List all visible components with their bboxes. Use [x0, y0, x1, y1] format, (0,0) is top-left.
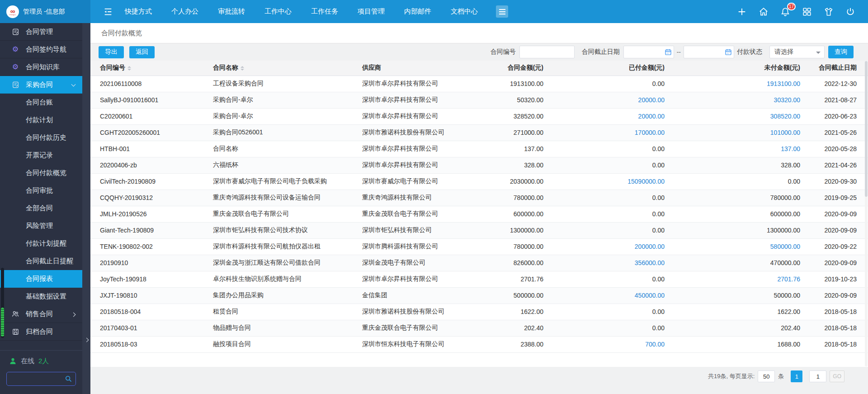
amount-link[interactable]: 200000.00 [635, 243, 665, 250]
sidebar-subitem-付款计划提醒[interactable]: 付款计划提醒 [0, 235, 82, 252]
cell-deadline: 2021-04-26 [808, 157, 868, 173]
amount-link[interactable]: 101000.00 [770, 129, 800, 136]
amount-link[interactable]: 170000.00 [635, 129, 665, 136]
topbar-menu-item[interactable]: 工作任务 [311, 7, 338, 16]
table-row[interactable]: SallyBJ-0910016001采购合同-卓尔深圳市卓尔昇科技有限公司503… [90, 92, 868, 108]
sidebar-collapse-strip[interactable] [82, 23, 90, 394]
topbar-menu-item[interactable]: 项目管理 [358, 7, 385, 16]
table-row[interactable]: HTBH-001合同名称深圳市卓尔昇科技有限公司137.000.00137.00… [90, 141, 868, 157]
table-row[interactable]: CivilTech-20190809深圳市赛威尔电子有限公司电子负载采购深圳市赛… [90, 173, 868, 190]
sort-icon[interactable] [241, 66, 244, 71]
sort-icon[interactable] [127, 66, 131, 71]
table-row[interactable]: JoyTech-190918卓尔科技生物识别系统赠与合同深圳市卓尔昇科技有限公司… [90, 271, 868, 287]
sidebar-item-合同管理[interactable]: 合同管理 [0, 23, 82, 41]
sidebar-item-合同签约导航[interactable]: ⚙合同签约导航 [0, 41, 82, 58]
column-header[interactable]: 合同编号 [90, 61, 203, 76]
amount-link[interactable]: 308520.00 [770, 113, 800, 120]
table-row[interactable]: TENK-190802-002深圳市科源科技有限公司航拍仪器出租深圳市腾科源科技… [90, 238, 868, 255]
home-icon[interactable] [758, 6, 769, 18]
sidebar-subitem-全部合同[interactable]: 全部合同 [0, 199, 82, 217]
table-scrollbar-thumb[interactable] [865, 61, 868, 197]
amount-link[interactable]: 450000.00 [635, 292, 665, 299]
sidebar-subitem-基础数据设置[interactable]: 基础数据设置 [0, 288, 82, 305]
sidebar-item-采购合同[interactable]: 采购合同 [0, 76, 82, 94]
sidebar-item-label: 合同知识库 [26, 63, 60, 71]
go-button[interactable]: GO [830, 370, 844, 382]
pagination: 共19条, 每页显示: 条 1 GO [90, 370, 868, 382]
sidebar-subitem-合同审批[interactable]: 合同审批 [0, 182, 82, 199]
chevron-down-icon [816, 52, 821, 56]
amount-link[interactable]: 15090000.00 [627, 178, 665, 185]
page-size-input[interactable] [758, 370, 775, 382]
amount-link[interactable]: 2701.76 [777, 275, 800, 283]
bell-icon[interactable]: 17 [779, 6, 791, 18]
sidebar-subitem-合同付款概览[interactable]: 合同付款概览 [0, 164, 82, 182]
sidebar-scrollbar[interactable] [1, 268, 4, 338]
cell-deadline: 2020-09-09 [808, 222, 868, 238]
table-row[interactable]: 202106110008工程设备采购合同深圳市卓尔昇科技有限公司1913100.… [90, 76, 868, 92]
table-row[interactable]: CQQHY-20190312重庆奇鸿源科技有限公司设备运输合同重庆奇鸿源科技有限… [90, 190, 868, 206]
topbar-menu-item[interactable]: 个人办公 [171, 7, 198, 16]
plus-icon[interactable] [736, 6, 748, 18]
table-row[interactable]: JMLH-20190526重庆金茂联合电子有限公司重庆金茂联合电子有限公司600… [90, 206, 868, 222]
topbar-menu-item[interactable]: 审批流转 [218, 7, 245, 16]
goto-page-input[interactable] [809, 370, 826, 382]
cell-unpaid: 1300000.00 [673, 222, 808, 238]
table-row[interactable]: 20180518-004租赁合同深圳市雅诺科技股份有限公司1622.000.00… [90, 304, 868, 320]
amount-link[interactable]: 20000.00 [638, 96, 665, 104]
menu-fold-icon[interactable] [103, 7, 113, 17]
query-button[interactable]: 查询 [828, 46, 854, 58]
page-button-1[interactable]: 1 [791, 370, 802, 382]
amount-link[interactable]: 580000.00 [770, 243, 800, 250]
topbar-menu-item[interactable]: 快捷方式 [125, 7, 152, 16]
power-icon[interactable] [844, 6, 856, 18]
apps-icon[interactable] [801, 6, 813, 18]
amount-link[interactable]: 700.00 [645, 341, 665, 348]
deadline-end-input[interactable] [684, 46, 734, 58]
export-button[interactable]: 导出 [99, 46, 124, 58]
sidebar-scrollbar-thumb[interactable] [1, 308, 4, 337]
shirt-icon[interactable] [823, 6, 835, 18]
topbar-menu-item[interactable]: 工作中心 [264, 7, 292, 16]
contract-no-input[interactable] [519, 46, 575, 58]
sidebar-subitem-合同报表[interactable]: 合同报表 [0, 270, 82, 288]
column-header[interactable]: 合同名称 [203, 61, 353, 76]
sidebar-subitem-付款计划[interactable]: 付款计划 [0, 111, 82, 129]
sidebar-subitem-开票记录[interactable]: 开票记录 [0, 147, 82, 164]
amount-link[interactable]: 30320.00 [774, 96, 800, 104]
amount-link[interactable]: 1913100.00 [767, 80, 800, 87]
table-row[interactable]: JXJT-190810集团办公用品采购金信集团500000.00450000.0… [90, 287, 868, 304]
cell-unpaid: 50000.00 [673, 287, 808, 304]
table-row[interactable]: CGHT202005260001采购合同0526001深圳市雅诺科技股份有限公司… [90, 124, 868, 141]
sidebar-item-销售合同[interactable]: 销售合同 [0, 305, 82, 323]
table-row[interactable]: 20170403-01物品赠与合同重庆金茂联合电子有限公司202.400.002… [90, 320, 868, 336]
deadline-start-input[interactable] [623, 46, 674, 58]
sidebar-subitem-合同台账[interactable]: 合同台账 [0, 94, 82, 111]
sidebar-search [6, 372, 76, 386]
column-header: 合同金额(元) [488, 61, 552, 76]
table-row[interactable]: Giant-Tech-190809深圳市钜弘科技有限公司技术协议深圳市钜弘科技有… [90, 222, 868, 238]
table-row[interactable]: 20180518-03融投项目合同深圳市恒东科技电子有限公司2388.00700… [90, 336, 868, 352]
amount-link[interactable]: 356000.00 [635, 259, 665, 266]
pay-status-select[interactable]: 请选择 [769, 46, 825, 58]
amount-link[interactable]: 20000.00 [638, 113, 665, 120]
table-row[interactable]: 20190910深圳金茂与浙江顺达有限公司借款合同深圳金茂电子有限公司82600… [90, 255, 868, 271]
table-row[interactable]: 20200406-zb六福纸杯深圳市卓尔昇科技有限公司328.000.00328… [90, 157, 868, 173]
cell-amount: 2701.76 [488, 271, 552, 287]
table-scrollbar[interactable] [865, 61, 868, 366]
cell-amount: 500000.00 [488, 287, 552, 304]
amount-link[interactable]: 137.00 [781, 145, 800, 152]
sidebar-item-合同知识库[interactable]: ⚙合同知识库 [0, 58, 82, 76]
back-button[interactable]: 返回 [129, 46, 155, 58]
topbar-menu-item[interactable]: 文档中心 [451, 7, 478, 16]
hamburger-menu-button[interactable] [496, 5, 508, 18]
sidebar-subitem-合同付款历史[interactable]: 合同付款历史 [0, 129, 82, 147]
sidebar-subitem-风险管理[interactable]: 风险管理 [0, 217, 82, 235]
topbar-menu-item[interactable]: 内部邮件 [404, 7, 431, 16]
pay-status-label: 付款状态 [737, 48, 762, 56]
date-range-separator: -- [677, 48, 681, 56]
search-icon[interactable] [65, 375, 72, 383]
table-row[interactable]: C20200601采购合同-卓尔深圳市卓尔昇科技有限公司328520.00200… [90, 108, 868, 124]
sidebar-item-归档合同[interactable]: 归档合同 [0, 323, 82, 341]
sidebar-subitem-合同截止日提醒[interactable]: 合同截止日提醒 [0, 252, 82, 270]
